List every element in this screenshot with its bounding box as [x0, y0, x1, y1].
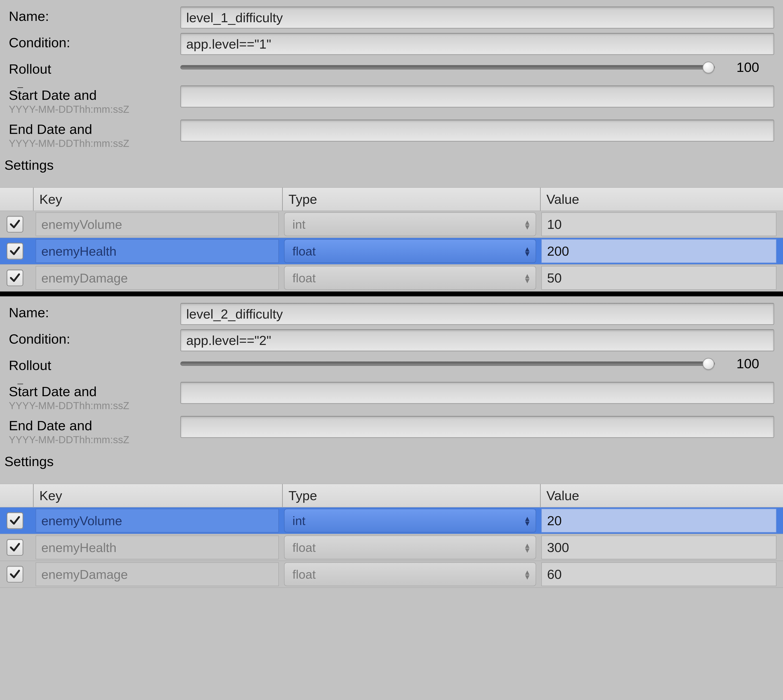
row-checkbox[interactable] — [7, 216, 23, 233]
value-field[interactable]: 300 — [541, 535, 776, 559]
start-date-hint: YYYY-MM-DDThh:mm:ssZ — [9, 103, 180, 115]
rollout-label: Rollout — [9, 357, 180, 373]
settings-row[interactable]: enemyHealthfloat▴▾200 — [0, 238, 783, 265]
settings-heading: Settings — [0, 156, 783, 175]
settings-row[interactable]: enemyDamagefloat▴▾60 — [0, 561, 783, 588]
name-label: Name: — [9, 305, 180, 320]
settings-heading: Settings — [0, 452, 783, 472]
type-value: float — [292, 271, 316, 285]
chevron-up-down-icon: ▴▾ — [525, 543, 530, 552]
key-field[interactable]: enemyDamage — [36, 266, 279, 290]
value-field[interactable]: 50 — [541, 266, 776, 290]
condition-label: Condition: — [9, 35, 180, 50]
type-dropdown[interactable]: float▴▾ — [284, 266, 536, 290]
start-date-input[interactable] — [180, 382, 774, 404]
type-dropdown[interactable]: float▴▾ — [284, 535, 536, 559]
type-value: float — [292, 567, 316, 582]
chevron-up-down-icon: ▴▾ — [525, 516, 530, 525]
name-label: Name: — [9, 8, 180, 24]
rollout-value: 100 — [730, 59, 765, 75]
rollout-slider[interactable] — [180, 61, 715, 74]
start-date-input[interactable] — [180, 85, 774, 108]
start-date-label: Start Date and — [9, 383, 180, 399]
row-checkbox[interactable] — [7, 566, 23, 583]
end-date-input[interactable] — [180, 120, 774, 142]
settings-row[interactable]: enemyDamagefloat▴▾50 — [0, 265, 783, 292]
chevron-up-down-icon: ▴▾ — [525, 569, 530, 579]
settings-row[interactable]: enemyVolumeint▴▾10 — [0, 211, 783, 238]
condition-input[interactable] — [180, 329, 774, 351]
row-checkbox[interactable] — [7, 270, 23, 286]
column-header-key[interactable]: Key — [33, 484, 282, 507]
chevron-up-down-icon: ▴▾ — [525, 246, 530, 256]
key-field[interactable]: enemyVolume — [36, 212, 279, 236]
type-dropdown[interactable]: int▴▾ — [284, 212, 536, 236]
column-header-type[interactable]: Type — [283, 484, 540, 507]
column-header-type[interactable]: Type — [283, 188, 540, 211]
settings-header-row: Key Type Value — [0, 484, 783, 507]
chevron-up-down-icon: ▴▾ — [525, 273, 530, 283]
column-header-key[interactable]: Key — [33, 188, 282, 211]
settings-row[interactable]: enemyVolumeint▴▾20 — [0, 507, 783, 534]
condition-label: Condition: — [9, 331, 180, 347]
start-date-label: Start Date and — [9, 87, 180, 103]
key-field[interactable]: enemyHealth — [36, 535, 279, 559]
panel-separator — [0, 292, 783, 297]
end-date-input[interactable] — [180, 416, 774, 438]
type-dropdown[interactable]: float▴▾ — [284, 562, 536, 586]
key-field[interactable]: enemyVolume — [36, 509, 279, 532]
chevron-up-down-icon: ▴▾ — [525, 219, 530, 229]
value-field[interactable]: 10 — [541, 212, 776, 236]
row-checkbox[interactable] — [7, 512, 23, 529]
settings-header-row: Key Type Value — [0, 187, 783, 211]
condition-input[interactable] — [180, 33, 774, 55]
key-field[interactable]: enemyHealth — [36, 239, 279, 263]
type-dropdown[interactable]: int▴▾ — [284, 509, 536, 532]
name-input[interactable] — [180, 7, 774, 28]
start-date-hint: YYYY-MM-DDThh:mm:ssZ — [9, 400, 180, 412]
value-field[interactable]: 20 — [541, 509, 776, 532]
row-checkbox[interactable] — [7, 539, 23, 556]
column-header-value[interactable]: Value — [541, 484, 783, 507]
end-date-label: End Date and — [9, 122, 180, 137]
type-value: int — [292, 513, 305, 528]
type-dropdown[interactable]: float▴▾ — [284, 239, 536, 263]
value-field[interactable]: 200 — [541, 239, 776, 263]
type-value: int — [292, 217, 305, 232]
name-input[interactable] — [180, 303, 774, 325]
type-value: float — [292, 244, 316, 258]
settings-row[interactable]: enemyHealthfloat▴▾300 — [0, 534, 783, 561]
value-field[interactable]: 60 — [541, 562, 776, 586]
rollout-label: Rollout — [9, 61, 180, 77]
rollout-slider[interactable] — [180, 357, 715, 370]
key-field[interactable]: enemyDamage — [36, 562, 279, 586]
end-date-label: End Date and — [9, 418, 180, 433]
column-header-value[interactable]: Value — [541, 188, 783, 211]
type-value: float — [292, 540, 316, 555]
end-date-hint: YYYY-MM-DDThh:mm:ssZ — [9, 137, 180, 149]
config-panel-1: Name: Condition: Rollout 100 _ Start Dat… — [0, 0, 783, 292]
rollout-value: 100 — [730, 356, 765, 371]
config-panel-2: Name: Condition: Rollout 100 _ Start Dat… — [0, 297, 783, 588]
end-date-hint: YYYY-MM-DDThh:mm:ssZ — [9, 434, 180, 446]
row-checkbox[interactable] — [7, 243, 23, 259]
